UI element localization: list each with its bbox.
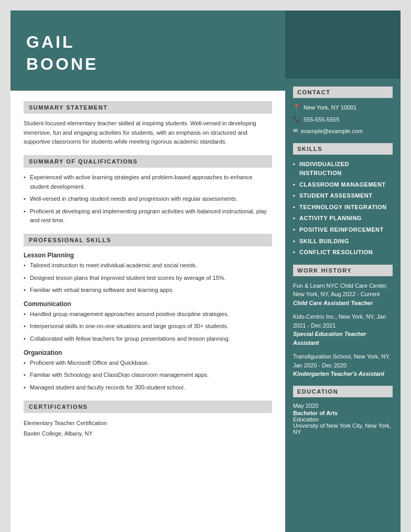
skill-item-8: CONFLICT RESOLUTION [293,248,393,257]
skills-title: SKILLS [293,143,393,155]
contact-phone: 📞 555-555-5555 [293,115,393,124]
work-entry-2: Kids-Centric Inc., New York, NY, Jan 202… [293,312,393,347]
header-block: GAIL BOONE [10,10,285,91]
skill-item: Proficient with Microsoft Office and Qui… [24,359,272,368]
work-company-1: Fun & Learn NYC Child Care Center, New Y… [293,281,393,299]
contact-location-text: New York, NY 10001 [304,103,356,112]
qual-item: Proficient at developing and implementin… [24,207,272,225]
edu-degree: Bachelor of Arts [293,410,393,416]
skill-item: Familiar with Schoology and ClassDojo cl… [24,371,272,380]
skill-category-organization: Organization [24,349,272,356]
first-name: GAIL [26,32,74,51]
right-content: CONTACT 📍 New York, NY 10001 📞 555-555-5… [285,79,401,447]
edu-entry-1: May 2020 Bachelor of Arts Education Univ… [293,403,393,435]
work-location-1: New York, NY, Aug 2022 - Current [293,291,380,297]
work-company-name-1: Fun & Learn NYC Child Care Center, [293,283,387,289]
skill-item: Tailored instruction to meet individual … [24,261,272,270]
right-column: CONTACT 📍 New York, NY 10001 📞 555-555-5… [285,10,401,532]
skill-item: Collaborated with fellow teachers for gr… [24,334,272,344]
work-entry-3: Transfiguration School, New York, NY, Ja… [293,352,393,378]
lesson-planning-list: Tailored instruction to meet individual … [24,261,272,295]
edu-field: Education [293,416,393,422]
work-history-title: WORK HISTORY [293,265,393,276]
left-column: GAIL BOONE SUMMARY STATEMENT Student-foc… [10,10,285,532]
qualifications-list: Experienced with active learning strateg… [24,173,272,225]
cert-item-2: Baxter College, Albany, NY [24,429,272,439]
location-icon: 📍 [293,104,300,111]
work-title-2: Special Education Teacher Assistant [293,330,393,347]
right-header-space [285,10,401,79]
work-company-2: Kids-Centric Inc., New York, NY, Jan 202… [293,312,393,330]
education-title: EDUCATION [293,386,393,397]
certifications-title: CERTIFICATIONS [24,400,272,413]
skill-category-lesson: Lesson Planning [24,252,272,259]
skill-item: Designed lesson plans that improved stud… [24,274,272,283]
qual-item: Well-versed in charting student needs an… [24,194,272,204]
skill-item: Managed student and faculty records for … [24,383,272,393]
professional-skills-title: PROFESSIONAL SKILLS [24,234,272,246]
email-icon: ✉ [293,127,298,134]
skill-item-6: POSITIVE REINFORCEMENT [293,225,393,235]
last-name: BOONE [26,55,98,73]
edu-date: May 2020 [293,403,393,409]
work-company-name-2: Kids-Centric Inc., [293,313,337,320]
contact-location: 📍 New York, NY 10001 [293,103,393,112]
contact-title: CONTACT [293,86,393,98]
contact-phone-text: 555-555-5555 [304,115,340,124]
skill-item-2: CLASSROOM MANAGEMENT [293,180,393,190]
edu-school: University of New York City, New York, N… [293,422,393,435]
work-title-1: Child Care Assistant Teacher [293,299,393,308]
work-company-3: Transfiguration School, New York, NY, Ja… [293,352,393,370]
skill-item-4: TECHNOLOGY INTEGRATION [293,203,393,212]
skill-item: Interpersonal skills in one-on-one situa… [24,322,272,331]
organization-list: Proficient with Microsoft Office and Qui… [24,359,272,393]
work-title-3: Kindergarten Teacher's Assistant [293,370,393,378]
contact-email-text: example@example.com [301,127,363,136]
skill-item-7: SKILL BUILDING [293,237,393,246]
contact-email: ✉ example@example.com [293,127,393,136]
phone-icon: 📞 [293,116,300,123]
summary-text: Student-focused elementary teacher skill… [24,119,272,147]
skill-item-5: ACTIVITY PLANNING [293,214,393,223]
skill-item-1: INDIVIDUALIZED INSTRUCTION [293,160,393,178]
skill-category-communication: Communication [24,300,272,308]
communication-list: Handled group management approaches arou… [24,310,272,344]
skill-item: Familiar with virtual learning software … [24,286,272,295]
skills-list: INDIVIDUALIZED INSTRUCTION CLASSROOM MAN… [293,160,393,257]
qualifications-title: SUMMARY OF QUALIFICATIONS [24,155,272,168]
candidate-name: GAIL BOONE [26,31,269,75]
skill-item-3: STUDENT ASSESSMENT [293,191,393,201]
summary-statement-title: SUMMARY STATEMENT [24,101,272,114]
cert-item-1: Elementary Teacher Certification [24,418,272,429]
skill-item: Handled group management approaches arou… [24,310,272,319]
work-entry-1: Fun & Learn NYC Child Care Center, New Y… [293,281,393,308]
resume-container: GAIL BOONE SUMMARY STATEMENT Student-foc… [10,10,401,532]
work-company-name-3: Transfiguration School, [293,353,352,360]
left-content: SUMMARY STATEMENT Student-focused elemen… [10,91,285,450]
qual-item: Experienced with active learning strateg… [24,173,272,191]
